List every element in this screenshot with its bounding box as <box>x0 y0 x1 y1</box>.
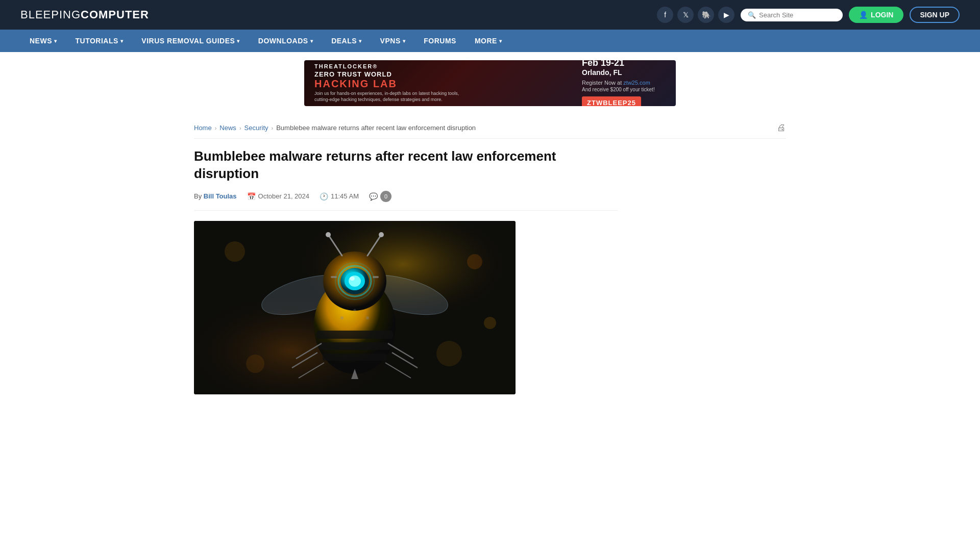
article-hero-image <box>194 221 516 394</box>
clock-icon: 🕐 <box>320 192 328 201</box>
ad-discount: And receive $200 off your ticket! <box>582 87 668 92</box>
chevron-down-icon: ▾ <box>120 38 124 44</box>
author-link[interactable]: Bill Toulas <box>204 192 237 200</box>
comment-count: 0 <box>380 191 391 202</box>
nav-item-vpns[interactable]: VPNS ▾ <box>371 30 415 52</box>
meta-date: 📅 October 21, 2024 <box>247 192 309 201</box>
site-header: BLEEPINGCOMPUTER f 𝕏 🐘 ▶ 🔍 👤 LOGIN SIGN … <box>0 0 980 30</box>
article-meta: By Bill Toulas 📅 October 21, 2024 🕐 11:4… <box>194 191 618 211</box>
chevron-down-icon: ▾ <box>310 38 313 44</box>
youtube-icon[interactable]: ▶ <box>718 7 734 23</box>
calendar-icon: 📅 <box>247 192 256 201</box>
ad-banner[interactable]: THREATLOCKER® ZERO TRUST WORLD HACKING L… <box>0 52 980 114</box>
ad-inner: THREATLOCKER® ZERO TRUST WORLD HACKING L… <box>304 60 676 106</box>
breadcrumb-sep: › <box>272 125 274 131</box>
svg-point-4 <box>467 254 482 269</box>
chevron-down-icon: ▾ <box>499 38 502 44</box>
ad-register-link[interactable]: ztw25.com <box>623 80 650 86</box>
breadcrumb-sep: › <box>239 125 241 131</box>
nav-item-tutorials[interactable]: TUTORIALS ▾ <box>66 30 133 52</box>
breadcrumb-current: Bumblebee malware returns after recent l… <box>276 124 476 132</box>
nav-item-deals[interactable]: DEALS ▾ <box>322 30 371 52</box>
breadcrumb-sep: › <box>215 125 217 131</box>
article-title: Bumblebee malware returns after recent l… <box>194 148 618 183</box>
header-right: f 𝕏 🐘 ▶ 🔍 👤 LOGIN SIGN UP <box>657 7 960 23</box>
svg-rect-12 <box>319 342 390 350</box>
svg-point-7 <box>484 317 496 329</box>
chevron-down-icon: ▾ <box>403 38 406 44</box>
article-image-container <box>194 221 618 394</box>
svg-point-35 <box>366 316 369 319</box>
login-button[interactable]: 👤 LOGIN <box>849 7 903 23</box>
ad-promo-code: ZTWBLEEP25 <box>582 96 641 107</box>
main-nav: NEWS ▾ TUTORIALS ▾ VIRUS REMOVAL GUIDES … <box>0 30 980 52</box>
ad-right: Feb 19-21 Orlando, FL Register Now at zt… <box>574 60 676 106</box>
site-logo[interactable]: BLEEPINGCOMPUTER <box>20 8 149 21</box>
search-input[interactable] <box>759 11 836 19</box>
signup-button[interactable]: SIGN UP <box>910 7 960 23</box>
print-icon[interactable]: 🖨 <box>777 122 786 133</box>
svg-point-36 <box>354 309 356 311</box>
svg-point-3 <box>225 241 245 262</box>
logo-text-light: BLEEPING <box>20 8 81 21</box>
breadcrumb: Home › News › Security › Bumblebee malwa… <box>194 114 786 139</box>
twitter-icon[interactable]: 𝕏 <box>677 7 694 23</box>
mastodon-icon[interactable]: 🐘 <box>698 7 714 23</box>
nav-item-downloads[interactable]: DOWNLOADS ▾ <box>249 30 322 52</box>
ad-subtitle: Join us for hands-on experiences, in-dep… <box>314 91 564 103</box>
ad-title1: ZERO TRUST WORLD <box>314 70 564 78</box>
comment-icon: 💬 <box>369 192 378 201</box>
nav-item-more[interactable]: MORE ▾ <box>465 30 511 52</box>
svg-point-6 <box>246 355 264 373</box>
main-layout: Bumblebee malware returns after recent l… <box>194 139 786 405</box>
meta-comments[interactable]: 💬 0 <box>369 191 391 202</box>
ad-brand: THREATLOCKER® <box>314 63 564 69</box>
breadcrumb-news[interactable]: News <box>219 124 236 132</box>
breadcrumb-security[interactable]: Security <box>244 124 268 132</box>
ad-register-text: Register Now at ztw25.com <box>582 80 668 86</box>
svg-rect-13 <box>323 354 387 361</box>
meta-author: By Bill Toulas <box>194 192 237 200</box>
sidebar-column <box>633 139 786 405</box>
svg-point-20 <box>350 277 355 281</box>
content-area: Home › News › Security › Bumblebee malwa… <box>184 114 796 405</box>
ad-date: Feb 19-21 <box>582 60 668 68</box>
breadcrumb-home[interactable]: Home <box>194 124 212 132</box>
facebook-icon[interactable]: f <box>657 7 673 23</box>
ad-left: THREATLOCKER® ZERO TRUST WORLD HACKING L… <box>304 60 574 106</box>
user-icon: 👤 <box>859 11 868 19</box>
meta-time: 🕐 11:45 AM <box>320 192 359 201</box>
chevron-down-icon: ▾ <box>359 38 362 44</box>
article-column: Bumblebee malware returns after recent l… <box>194 139 618 405</box>
ad-title2: HACKING LAB <box>314 78 564 89</box>
hero-bee-illustration <box>194 221 516 394</box>
search-icon: 🔍 <box>748 11 756 19</box>
svg-point-34 <box>340 316 344 319</box>
nav-item-forums[interactable]: FORUMS <box>414 30 465 52</box>
svg-rect-11 <box>316 331 393 339</box>
breadcrumb-left: Home › News › Security › Bumblebee malwa… <box>194 124 476 132</box>
ad-location: Orlando, FL <box>582 68 668 77</box>
search-box: 🔍 <box>741 9 843 21</box>
svg-point-24 <box>326 232 331 237</box>
chevron-down-icon: ▾ <box>54 38 57 44</box>
nav-item-virus-removal[interactable]: VIRUS REMOVAL GUIDES ▾ <box>132 30 249 52</box>
social-icons: f 𝕏 🐘 ▶ <box>657 7 734 23</box>
svg-point-5 <box>436 341 462 366</box>
svg-point-26 <box>379 232 384 237</box>
nav-item-news[interactable]: NEWS ▾ <box>20 30 66 52</box>
chevron-down-icon: ▾ <box>237 38 240 44</box>
logo-text-bold: COMPUTER <box>81 8 149 21</box>
